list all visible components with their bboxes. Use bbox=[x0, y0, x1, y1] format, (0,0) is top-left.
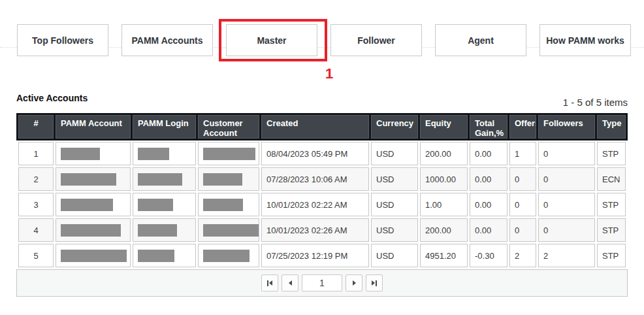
cell-equity: 200.00 bbox=[420, 218, 468, 242]
tab-top-followers[interactable]: Top Followers bbox=[17, 24, 108, 56]
cell-pamm-account bbox=[56, 193, 131, 216]
arrow-right-icon bbox=[353, 280, 356, 286]
cell-created: 08/04/2023 05:49 PM bbox=[261, 142, 369, 165]
cell-followers: 0 bbox=[538, 193, 595, 216]
cell-row-number: 2 bbox=[18, 167, 54, 191]
redacted-value bbox=[138, 199, 173, 211]
cell-equity: 1000.00 bbox=[420, 167, 468, 191]
cell-offers: 0 bbox=[509, 167, 536, 191]
col-header-equity[interactable]: Equity bbox=[420, 115, 468, 139]
cell-offers: 0 bbox=[509, 218, 536, 242]
cell-equity: 1.00 bbox=[420, 193, 468, 216]
col-header-pamm-login[interactable]: PAMM Login bbox=[133, 115, 196, 139]
pager-next-button[interactable] bbox=[346, 274, 362, 291]
cell-created: 10/01/2023 02:26 AM bbox=[261, 218, 369, 242]
cell-total-gain: 0.00 bbox=[470, 167, 507, 191]
redacted-value bbox=[138, 224, 177, 237]
cell-pamm-account bbox=[56, 244, 131, 267]
cell-currency: USD bbox=[371, 244, 418, 267]
cell-pamm-login bbox=[133, 167, 196, 191]
redacted-value bbox=[203, 224, 259, 237]
redacted-value bbox=[138, 173, 182, 186]
page-title: Active Accounts bbox=[16, 93, 88, 103]
cell-customer-account bbox=[198, 193, 259, 216]
col-header-offers[interactable]: Offers bbox=[509, 115, 536, 139]
seek-last-icon bbox=[372, 280, 375, 286]
tab-pamm-accounts[interactable]: PAMM Accounts bbox=[121, 24, 213, 56]
col-header-created[interactable]: Created bbox=[261, 115, 369, 139]
cell-pamm-login bbox=[133, 244, 196, 267]
cell-type: ECN bbox=[597, 167, 626, 191]
col-header-total-gain[interactable]: Total Gain,% bbox=[470, 115, 507, 139]
cell-pamm-account bbox=[56, 218, 131, 242]
cell-followers: 2 bbox=[538, 244, 595, 267]
cell-created: 07/28/2023 10:06 AM bbox=[261, 167, 369, 191]
cell-type: STP bbox=[597, 218, 626, 242]
col-header-pamm-account[interactable]: PAMM Account bbox=[56, 115, 131, 139]
cell-currency: USD bbox=[371, 193, 418, 216]
cell-offers: 1 bbox=[509, 142, 536, 165]
cell-followers: 0 bbox=[538, 142, 595, 165]
table-row: 5 07/25/2023 12:19 PM USD 4951.20 -0.30 … bbox=[18, 244, 626, 267]
table-row: 3 10/01/2023 02:22 AM USD 1.00 0.00 0 0 … bbox=[18, 193, 626, 216]
cell-offers: 2 bbox=[509, 244, 536, 267]
cell-customer-account bbox=[198, 167, 259, 191]
cell-customer-account bbox=[198, 142, 259, 165]
tab-follower[interactable]: Follower bbox=[330, 24, 422, 56]
page-number-input[interactable] bbox=[302, 274, 342, 291]
col-header-customer-account[interactable]: Customer Account bbox=[198, 115, 259, 139]
cell-pamm-account bbox=[56, 142, 131, 165]
cell-type: STP bbox=[597, 244, 626, 267]
cell-pamm-login bbox=[133, 193, 196, 216]
arrow-left-icon bbox=[289, 280, 292, 286]
cell-equity: 4951.20 bbox=[420, 244, 468, 267]
cell-customer-account bbox=[198, 244, 259, 267]
cell-currency: USD bbox=[371, 142, 418, 165]
redacted-value bbox=[61, 148, 100, 160]
col-header-followers[interactable]: Followers bbox=[538, 115, 595, 139]
cell-customer-account bbox=[198, 218, 259, 242]
table-row: 4 10/01/2023 02:26 AM USD 200.00 0.00 0 … bbox=[18, 218, 626, 242]
cell-pamm-login bbox=[133, 142, 196, 165]
redacted-value bbox=[203, 250, 250, 262]
cell-pamm-account bbox=[56, 167, 131, 191]
cell-created: 10/01/2023 02:22 AM bbox=[261, 193, 369, 216]
active-accounts-grid: # PAMM Account PAMM Login Customer Accou… bbox=[16, 113, 628, 297]
pager-prev-button[interactable] bbox=[282, 274, 298, 291]
redacted-value bbox=[61, 250, 127, 262]
tab-agent[interactable]: Agent bbox=[435, 24, 526, 56]
items-count: 1 - 5 of 5 items bbox=[563, 97, 628, 108]
cell-type: STP bbox=[597, 142, 626, 165]
col-header-type[interactable]: Type bbox=[597, 115, 626, 139]
cell-currency: USD bbox=[371, 167, 418, 191]
tab-bar: Top Followers PAMM Accounts Master Follo… bbox=[17, 24, 631, 56]
pamm-accounts-page: Top Followers PAMM Accounts Master Follo… bbox=[0, 0, 644, 315]
redacted-value bbox=[61, 224, 121, 237]
col-header-currency[interactable]: Currency bbox=[371, 115, 418, 139]
col-header-index[interactable]: # bbox=[18, 115, 54, 139]
table-row: 2 07/28/2023 10:06 AM USD 1000.00 0.00 0… bbox=[18, 167, 626, 191]
cell-type: STP bbox=[597, 193, 626, 216]
cell-equity: 200.00 bbox=[420, 142, 468, 165]
cell-row-number: 3 bbox=[18, 193, 54, 216]
cell-total-gain: 0.00 bbox=[470, 142, 507, 165]
redacted-value bbox=[203, 173, 242, 186]
table-row: 1 08/04/2023 05:49 PM USD 200.00 0.00 1 … bbox=[18, 142, 626, 165]
redacted-value bbox=[203, 148, 255, 160]
cell-row-number: 4 bbox=[18, 218, 54, 242]
cell-offers: 0 bbox=[509, 193, 536, 216]
cell-followers: 0 bbox=[538, 167, 595, 191]
tab-master[interactable]: Master bbox=[226, 24, 317, 56]
cell-currency: USD bbox=[371, 218, 418, 242]
tab-how-pamm-works[interactable]: How PAMM works bbox=[539, 24, 631, 56]
redacted-value bbox=[203, 199, 243, 211]
grid-header-row: # PAMM Account PAMM Login Customer Accou… bbox=[16, 113, 628, 141]
seek-first-icon bbox=[267, 280, 268, 286]
redacted-value bbox=[61, 199, 113, 211]
cell-row-number: 5 bbox=[18, 244, 54, 267]
pagination-bar bbox=[16, 269, 628, 297]
redacted-value bbox=[61, 173, 116, 186]
pager-first-button[interactable] bbox=[261, 274, 278, 291]
cell-pamm-login bbox=[133, 218, 196, 242]
pager-last-button[interactable] bbox=[366, 274, 383, 291]
